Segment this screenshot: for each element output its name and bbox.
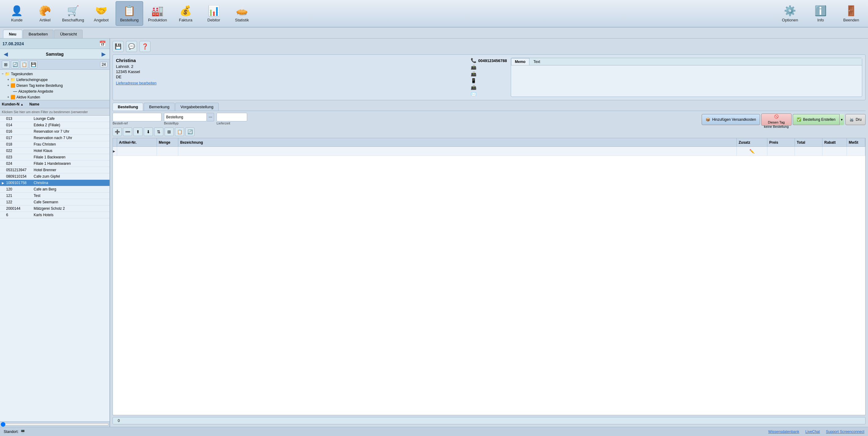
grid-button[interactable]: ⊞ (164, 127, 174, 136)
tree-lieferscheingruppe[interactable]: + 📁 Lieferscheingruppe (0, 77, 110, 83)
toolbar-beenden[interactable]: 🚪 Beenden (837, 1, 865, 26)
next-day-button[interactable]: ▶ (101, 51, 106, 58)
col-header-kundennr[interactable]: Kunden-N ▲ (0, 102, 28, 106)
copy-button[interactable]: 📋 (175, 127, 184, 136)
toolbar-optionen-label: Optionen (782, 18, 798, 22)
remove-row-button[interactable]: ➖ (123, 127, 132, 136)
memo-tab-memo[interactable]: Memo (511, 58, 530, 65)
horizontal-scrollbar[interactable] (1, 423, 109, 426)
order-tab-bemerkung[interactable]: Bemerkung (144, 103, 174, 111)
col-headers: Kunden-N ▲ Name (0, 100, 110, 108)
order-tab-bestellung[interactable]: Bestellung (113, 103, 143, 111)
lieferzeit-input[interactable] (217, 113, 247, 121)
customer-list-item[interactable]: 023 Filiale 1 Backwaren (0, 154, 110, 160)
customer-list-item[interactable]: 016 Reservation vor 7 Uhr (0, 128, 110, 135)
toolbar-bestellung[interactable]: 📋 Bestellung (116, 1, 143, 26)
keine-bestellung-button[interactable]: 🚫 Diesen Tag keine Bestellung (761, 114, 792, 126)
customer-list-item[interactable]: 013 Lounge Cafe (0, 116, 110, 122)
memo-textarea[interactable] (513, 67, 860, 95)
add-row-button[interactable]: ➕ (113, 127, 122, 136)
toolbar-statistik[interactable]: 🥧 Statistik (228, 1, 256, 26)
menge-input[interactable] (159, 149, 176, 154)
tab-neu[interactable]: Neu (3, 30, 22, 38)
left-tool-save[interactable]: 💾 (29, 61, 37, 68)
td-total (795, 147, 823, 156)
toolbar-faktura[interactable]: 💰 Faktura (172, 1, 199, 26)
help-button[interactable]: ❓ (140, 41, 151, 52)
toolbar-optionen[interactable]: ⚙️ Optionen (776, 1, 804, 26)
customer-count-badge: 24 (100, 62, 108, 67)
save-button[interactable]: 💾 (113, 41, 124, 52)
prev-day-button[interactable]: ◀ (4, 51, 8, 58)
customer-list-item[interactable]: 0809110154 Cafe zum Gipfel (0, 174, 110, 180)
versandkosten-button[interactable]: 📦 Hinzufügen Versandkosten (702, 114, 760, 125)
customer-list-item[interactable]: ▶ 1009101758 Christina (0, 180, 110, 186)
filter-row[interactable]: Klicken Sie hier um einen Filter zu best… (0, 108, 110, 116)
order-tabs: Bestellung Bemerkung Vorgabebestellung (113, 103, 866, 111)
tab-uebersicht[interactable]: Übersicht (54, 30, 83, 38)
left-tool-grid[interactable]: ⊞ (2, 61, 10, 68)
bestelltyp-label: Bestelltyp (164, 121, 214, 125)
toolbar-debitor[interactable]: 📊 Debitor (200, 1, 227, 26)
customer-list-item[interactable]: 120 Cafe am Berg (0, 186, 110, 193)
drucken-button[interactable]: 🖨️ Dru (845, 114, 866, 125)
toolbar-artikel[interactable]: 🥐 Artikel (31, 1, 59, 26)
bestelltyp-dropdown[interactable]: ⋯ (207, 113, 214, 121)
artikel-nr-input[interactable] (119, 149, 155, 154)
cust-name: Lounge Cafe (34, 117, 108, 121)
customer-list-item[interactable]: 022 Hotel Klaus (0, 148, 110, 154)
bezeichnung-input[interactable] (180, 149, 735, 154)
cust-name: Cafe am Berg (34, 187, 108, 191)
bestelltyp-input[interactable] (164, 113, 207, 121)
left-tool-copy[interactable]: 📋 (20, 61, 28, 68)
tree-expand-akzeptiert (11, 90, 12, 93)
toolbar-info[interactable]: ℹ️ Info (807, 1, 834, 26)
bestell-ref-input[interactable] (113, 113, 161, 121)
toolbar-angebot[interactable]: 🤝 Angebot (88, 1, 115, 26)
customer-list-item[interactable]: 017 Reservation nach 7 Uhr (0, 135, 110, 141)
tree-tageskunden[interactable]: − 📁 Tageskunden (0, 71, 110, 77)
tab-bearbeiten[interactable]: Bearbeiten (23, 30, 54, 38)
lieferadresse-link[interactable]: Lieferadresse bearbeiten (116, 81, 157, 85)
customer-list-item[interactable]: 6 Karls Hotels (0, 212, 110, 218)
customer-list-item[interactable]: 014 Edeka 2 (Filiale) (0, 122, 110, 128)
left-scroll-bottom[interactable] (0, 421, 110, 427)
left-tool-refresh[interactable]: 🔄 (11, 61, 19, 68)
order-tab-vorgabe[interactable]: Vorgabebestellung (175, 103, 219, 111)
livechat-link[interactable]: LiveChat (805, 430, 820, 434)
toolbar-bestellung-label: Bestellung (120, 18, 139, 22)
action-row: 💾 💬 ❓ (113, 41, 866, 52)
calendar-button[interactable]: 📅 (98, 40, 107, 47)
customer-list-item[interactable]: 122 Cafe Seemann (0, 199, 110, 206)
th-artikel-nr: Artikel-Nr. (117, 138, 157, 147)
toolbar-produktion[interactable]: 🏭 Produktion (144, 1, 171, 26)
tree-aktive[interactable]: + 🟧 Aktive Kunden (0, 94, 110, 100)
move-down-button[interactable]: ⬇ (144, 127, 153, 136)
move-up-button[interactable]: ⬆ (133, 127, 143, 136)
th-rabatt: Rabatt (823, 138, 847, 147)
toolbar-beschaffung[interactable]: 🛒 Beschaffung (59, 1, 87, 26)
artikel-icon: 🥐 (39, 5, 51, 17)
toolbar-kunde[interactable]: 👤 Kunde (3, 1, 31, 26)
customer-list-item[interactable]: 2000144 Mätzgerei Scholz 2 (0, 206, 110, 212)
customer-list-item[interactable]: 0531213947 Hotel Brenner (0, 167, 110, 174)
bestellung-erstellen-button[interactable]: ✅ Bestellung Erstellen (793, 114, 839, 125)
col-header-name[interactable]: Name (28, 102, 110, 106)
toolbar-statistik-label: Statistik (235, 18, 249, 22)
support-link[interactable]: Support Screenconnect (826, 430, 864, 434)
tree-akzeptiert[interactable]: — Akzeptierte Angebote (0, 88, 110, 94)
sort-button[interactable]: ⇅ (154, 127, 163, 136)
customer-address1: Lahnstr. 2 (116, 64, 467, 69)
cust-name: Edeka 2 (Filiale) (34, 123, 108, 127)
refresh-button[interactable]: 🔄 (185, 127, 194, 136)
tree-keinbestellung[interactable]: + 🟧 Diesen Tag keine Bestellung (0, 83, 110, 88)
standort-label: Standort: (4, 430, 19, 434)
bestellung-erstellen-dropdown[interactable]: ▼ (839, 114, 844, 125)
customer-list-item[interactable]: 024 Filiale 1 Handelswaren (0, 160, 110, 167)
wissensdatenbank-link[interactable]: Wissensdatenbank (768, 430, 799, 434)
zusatz-edit-icon[interactable]: ✏️ (749, 149, 754, 154)
comment-button[interactable]: 💬 (126, 41, 137, 52)
customer-list-item[interactable]: 121 Test (0, 193, 110, 199)
customer-list-item[interactable]: 018 Frau Christen (0, 141, 110, 148)
memo-tab-text[interactable]: Text (529, 58, 544, 65)
